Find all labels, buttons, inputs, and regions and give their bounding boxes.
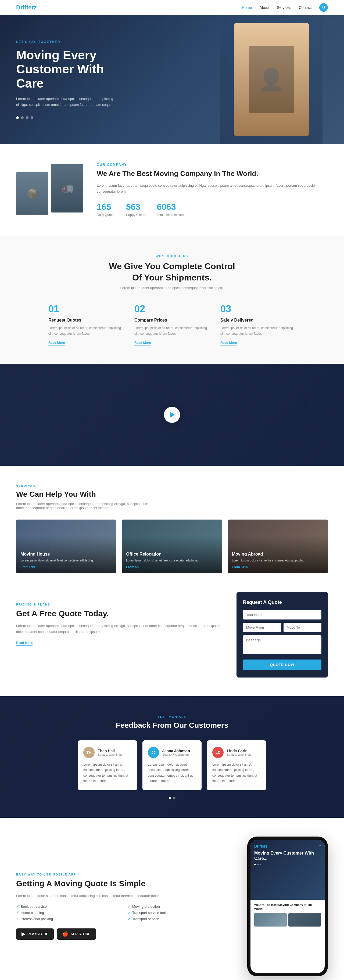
app-feature-1: Book our service [16,905,119,908]
phone-screen: Drifterz ≡ Moving Every Customer With Ca… [250,840,325,973]
phone-img-1 [254,913,287,926]
step-read-more-1[interactable]: Read More [48,341,65,345]
app-buttons: ▶ PLAYSTORE 🍎 APP STORE [16,928,231,940]
app-feature-3: Professional packing [16,917,119,921]
hero-dot-4[interactable] [31,116,33,119]
testimonial-text-2: Lorem ipsum dolor sit amet, consectetur … [148,762,196,784]
service-card-content-2: Office Relocation Lorem ipsum dolor sit … [122,546,222,573]
nav-links: Home About Services Contact U [242,3,328,12]
service-card-office-relocation[interactable]: Office Relocation Lorem ipsum dolor sit … [122,520,222,573]
brand-logo[interactable]: Drifterz [16,4,37,11]
why-section: WHY CHOOSE US We Give You Complete Contr… [0,235,344,364]
quote-left: PRICING & PLANS Get A Free Quote Today. … [16,592,226,645]
quote-title: Get A Free Quote Today. [16,608,226,619]
app-title: Getting A Moving Quote Is Simple [16,878,231,889]
step-number-2: 02 [134,303,210,315]
testimonials-section: TESTIMONIALS Feedback From Our Customers… [0,696,344,818]
quote-to-input[interactable] [283,623,322,632]
service-card-moving-house[interactable]: Moving House Lorem ipsum dolor sit amet … [16,520,116,573]
service-title-1: Moving House [21,552,112,557]
service-price-2: From $99 [126,565,218,569]
nav-contact[interactable]: Contact [299,5,312,10]
testimonial-dot-2[interactable] [173,797,175,799]
step-title-3: Safely Delivered [220,318,296,323]
app-store-button[interactable]: 🍎 APP STORE [57,928,96,940]
testimonial-name-3: Linda Carini [227,749,253,753]
quote-message-input[interactable] [243,635,322,654]
app-tag: EASY WAY TO USE MOBILE APP [16,873,231,876]
about-description: Lorem ipsum facer aperiam seqa opcio con… [97,183,328,194]
service-title-3: Moving Abroad [232,552,323,557]
hero-dots [16,116,124,119]
testimonial-dot-1[interactable] [169,797,171,799]
stat-label-2: Happy Clients [126,213,146,217]
service-desc-2: Lorem ipsum dolor sit amet faret consect… [126,558,218,563]
services-title: We Can Help You With [16,490,328,499]
quote-input-row [243,623,322,632]
testimonial-dots [16,797,328,799]
why-steps: 01 Request Quotes Lorem ipsum dolor sit … [16,303,328,345]
testimonial-location-1: Seattle, Washington [98,753,124,756]
nav-services[interactable]: Services [277,5,291,10]
quote-description: Lorem ipsum facer aperiam seqa opcio con… [16,623,226,635]
step-desc-1: Lorem ipsum dolor sit amet, consectetur … [48,325,124,336]
quote-from-input[interactable] [243,623,281,632]
brand-accent: z [34,4,37,11]
step-read-more-2[interactable]: Read More [134,341,151,345]
service-card-content-3: Moving Abroad Lorem ipsum dolor sit amet… [228,546,328,573]
play-store-button[interactable]: ▶ PLAYSTORE [16,928,54,940]
phone-about-images [254,913,321,926]
stat-label-1: Daily Quotes [97,213,115,217]
service-card-moving-abroad[interactable]: Moving Abroad Lorem ipsum dolor sit amet… [228,520,328,573]
play-button[interactable] [164,407,180,423]
testimonial-name-1: Theo Hall [98,749,124,753]
service-desc-3: Lorem ipsum dolor sit amet faret consect… [232,558,323,563]
step-title-1: Request Quotes [48,318,124,323]
play-store-icon: ▶ [21,931,25,937]
hero-dot-2[interactable] [21,116,24,119]
quote-name-input[interactable] [243,610,322,619]
testimonial-info-1: Theo Hall Seattle, Washington [98,749,124,756]
testimonials-cards: TH Theo Hall Seattle, Washington Lorem i… [16,740,328,790]
testimonial-location-2: Seattle, Washington [162,753,190,756]
hero-section: LET'S GO, TOGETHER Moving Every Customer… [0,15,344,144]
testimonial-card-3: LC Linda Carini Seattle, Washington Lore… [207,740,266,790]
step-read-more-3[interactable]: Read More [220,341,237,345]
nav-home[interactable]: Home [242,5,252,10]
testimonial-name-2: Jenna Johnson [162,749,190,753]
app-store-label: APP STORE [70,932,91,936]
nav-about[interactable]: About [260,5,269,10]
play-icon [170,412,175,417]
stat-happy-clients: 563 Happy Clients [126,202,146,217]
phone-about-section: We Are The Best Moving Company In The Wo… [250,900,325,930]
phone-brand: Drifterz ≡ [254,844,321,848]
about-title: We Are The Best Moving Company In The Wo… [97,169,328,178]
hero-dot-1[interactable] [16,116,19,119]
testimonial-header-1: TH Theo Hall Seattle, Washington [83,747,132,758]
play-store-label: PLAYSTORE [27,932,48,936]
testimonials-tag: TESTIMONIALS [16,715,328,718]
testimonial-card-2: JJ Jenna Johnson Seattle, Washington Lor… [142,740,202,790]
app-section: EASY WAY TO USE MOBILE APP Getting A Mov… [0,818,344,980]
testimonial-location-3: Seattle, Washington [227,753,253,756]
testimonial-card-1: TH Theo Hall Seattle, Washington Lorem i… [78,740,137,790]
step-number-1: 01 [48,303,124,315]
phone-mockup: Drifterz ≡ Moving Every Customer With Ca… [247,837,328,976]
brand-name: Drifter [16,4,34,11]
why-description: Lorem ipsum facer aperiam seqa opcio con… [16,286,328,290]
hero-person-image: 👤 [220,15,323,144]
testimonial-avatar-2: JJ [148,747,159,758]
about-image-2: 🚛 [51,164,83,213]
hero-description: Lorem ipsum facer aperiam seqa opcio con… [16,96,124,108]
hero-dot-3[interactable] [26,116,29,119]
why-step-3: 03 Safely Delivered Lorem ipsum dolor si… [220,303,296,345]
user-avatar[interactable]: U [319,3,328,12]
quote-read-more[interactable]: Read More [16,641,32,646]
stat-label-3: Total boxes moved [157,213,183,217]
step-desc-3: Lorem ipsum dolor sit amet, consectetur … [220,325,296,336]
about-section: 📦 🚛 OUR COMPANY We Are The Best Moving C… [0,144,344,235]
quote-main-section: PRICING & PLANS Get A Free Quote Today. … [0,592,344,696]
quote-submit-button[interactable]: QUOTE NOW [243,660,322,670]
services-grid: Moving House Lorem ipsum dolor sit amet … [16,520,328,573]
hero-title: Moving Every Customer With Care [16,48,124,91]
